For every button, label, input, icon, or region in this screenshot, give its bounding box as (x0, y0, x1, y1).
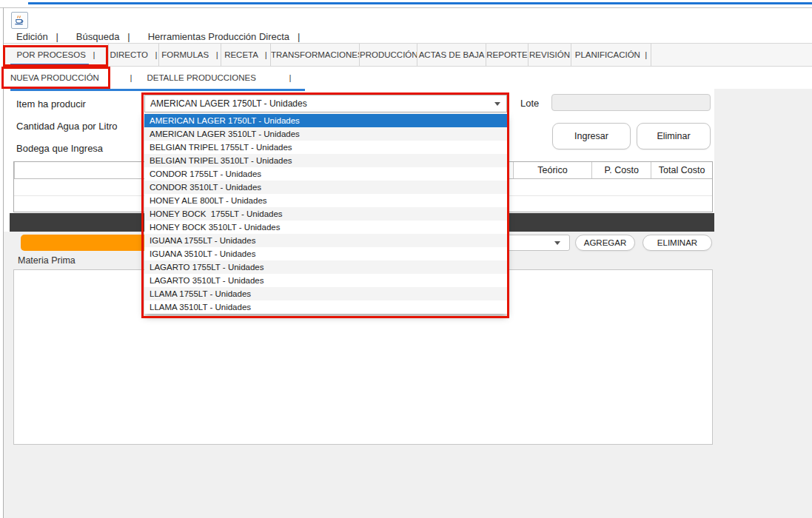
subtab[interactable]: DETALLE PRODUCCIONES | (147, 67, 291, 89)
main-tab[interactable]: RECETA | (221, 44, 271, 66)
subtab[interactable]: NUEVA PRODUCCIÓN | (10, 67, 132, 89)
agregar-button[interactable]: AGREGAR (575, 235, 635, 251)
dropdown-option[interactable]: AMERICAN LAGER 1750LT - Unidades (144, 114, 507, 127)
menu-item[interactable]: Búsqueda | (76, 31, 130, 42)
app-window: Edición |Búsqueda |Herramientas Producci… (0, 0, 812, 518)
top-accent-line (28, 2, 812, 4)
dropdown-option[interactable]: LAGARTO 1755LT - Unidades (144, 260, 507, 274)
dropdown-option[interactable]: CONDOR 3510LT - Unidades (144, 181, 507, 194)
main-tab[interactable]: REVISIÓN (529, 44, 571, 66)
menu-item[interactable]: Herramientas Producción Directa | (148, 31, 301, 42)
right-gray-margin (714, 89, 812, 232)
dropdown-option[interactable]: BELGIAN TRIPEL 1755LT - Unidades (144, 141, 507, 154)
label-cantidad-agua-por-litro: Cantidad Agua por Litro (16, 121, 118, 132)
dropdown-option[interactable]: LAGARTO 3510LT - Unidades (144, 274, 507, 287)
chevron-down-icon (554, 241, 560, 245)
dropdown-option[interactable]: IGUANA 3510LT - Unidades (144, 247, 507, 260)
main-tab[interactable]: PRODUCCIÓN (360, 44, 417, 66)
menu-item[interactable]: Edición | (16, 31, 58, 42)
label-bodega-que-ingresa: Bodega que Ingresa (16, 143, 103, 154)
main-tab[interactable]: FORMULAS | (159, 44, 221, 66)
ingresar-button[interactable]: Ingresar (552, 123, 631, 149)
dropdown-option[interactable]: AMERICAN LAGER 3510LT - Unidades (144, 127, 507, 141)
dropdown-option[interactable]: HONEY BOCK 3510LT - Unidades (144, 221, 507, 234)
dropdown-option[interactable]: CONDOR 1755LT - Unidades (144, 167, 507, 181)
java-coffee-icon (13, 15, 26, 26)
label-lote: Lote (520, 98, 539, 109)
main-tab[interactable]: POR PROCESOS | (4, 44, 109, 66)
dropdown-option[interactable]: LLAMA 1755LT - Unidades (144, 287, 507, 300)
window-border-top (0, 7, 812, 8)
dropdown-option[interactable]: LLAMA 3510LT - Unidades (144, 300, 507, 314)
main-tab[interactable]: PLANIFICACIÓN | (571, 44, 651, 66)
main-tab[interactable]: ACTAS DE BAJA (417, 44, 486, 66)
dropdown-option[interactable]: HONEY BOCK 1755LT - Unidades (144, 207, 507, 221)
main-tab-bar: POR PROCESOS |DIRECTO |FORMULAS |RECETA … (4, 43, 812, 67)
table-header-cell: Teórico (513, 162, 592, 178)
eliminar-button[interactable]: Eliminar (637, 123, 711, 149)
dropdown-option[interactable]: IGUANA 1755LT - Unidades (144, 234, 507, 247)
java-app-button[interactable] (11, 12, 28, 29)
item-producir-combobox[interactable]: AMERICAN LAGER 1750LT - Unidades (144, 95, 507, 112)
table-header-cell: P. Costo (591, 162, 651, 178)
table-header-cell: Total Costo (651, 162, 712, 178)
chevron-down-icon (494, 102, 500, 106)
menu-bar: Edición |Búsqueda |Herramientas Producci… (16, 30, 318, 43)
eliminar-materia-button[interactable]: ELIMINAR (642, 235, 712, 251)
combobox-selected-value: AMERICAN LAGER 1750LT - Unidades (150, 95, 307, 112)
main-tab[interactable]: TRANSFORMACIONES (271, 44, 360, 66)
label-item-ha-producir: Item ha producir (16, 98, 86, 110)
main-tab[interactable]: DIRECTO | (109, 44, 159, 66)
main-tab[interactable]: REPORTE (486, 44, 529, 66)
lote-input[interactable] (551, 94, 711, 111)
dropdown-option[interactable]: BELGIAN TRIPEL 3510LT - Unidades (144, 154, 507, 167)
item-dropdown-popup: AMERICAN LAGER 1750LT - UnidadesAMERICAN… (144, 114, 507, 314)
dropdown-option[interactable]: HONEY ALE 800LT - Unidades (144, 194, 507, 207)
label-materia-prima: Materia Prima (18, 255, 76, 266)
subtab-bar: NUEVA PRODUCCIÓN |DETALLE PRODUCCIONES | (4, 67, 812, 89)
subtab-underline (10, 89, 305, 91)
